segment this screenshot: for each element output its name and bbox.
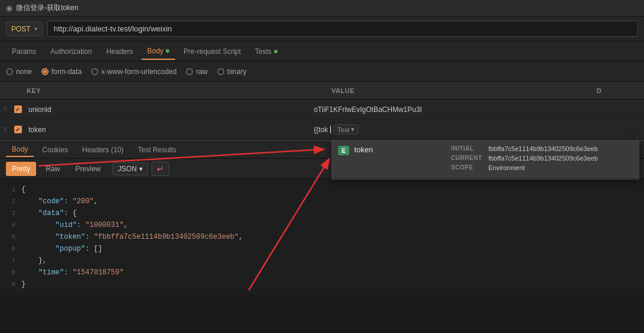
- raw-tab[interactable]: Raw: [40, 162, 66, 176]
- response-code-area: 1 { 2 "code": "200", 3 "data": { 4 "uid"…: [0, 179, 644, 295]
- autocomplete-details: INITIAL fbbffa7c5e1114b9b13402509c6e3eeb…: [445, 145, 633, 174]
- row-1-checkbox[interactable]: [12, 105, 24, 113]
- method-dropdown[interactable]: POST ▾: [6, 22, 43, 36]
- autocomplete-dropdown: E token INITIAL fbbffa7c5e1114b9b1340250…: [331, 140, 639, 180]
- method-label: POST: [11, 25, 31, 33]
- tab-body[interactable]: Body: [141, 43, 175, 60]
- tab-cookies[interactable]: Cookies: [36, 143, 73, 156]
- chevron-down-icon: ▾: [351, 126, 355, 133]
- current-value: fbbffa7c5e1114b9b13402509c6e3eeb: [488, 155, 598, 162]
- row-2-checkbox[interactable]: [12, 126, 24, 133]
- scope-detail: SCOPE Environment: [451, 164, 633, 171]
- tab-prerequest[interactable]: Pre-request Script: [178, 44, 247, 59]
- autocomplete-item[interactable]: E token INITIAL fbbffa7c5e1114b9b1340250…: [332, 140, 639, 179]
- code-line-8: 8 "time": "1547018759": [0, 267, 644, 278]
- code-line-2: 2 "code": "200",: [0, 196, 644, 207]
- request-tabs: Params Authorization Headers Body Pre-re…: [0, 41, 644, 62]
- urlencoded-option[interactable]: x-www-form-urlencoded: [91, 68, 176, 76]
- initial-label: INITIAL: [451, 145, 484, 152]
- value-column-header: VALUE: [331, 87, 597, 94]
- code-line-4: 4 "uid": "1000031",: [0, 219, 644, 231]
- raw-option[interactable]: raw: [186, 68, 207, 76]
- desc-column-header: D: [597, 87, 644, 94]
- drag-handle-icon: ⠿: [0, 126, 9, 133]
- row-1-key[interactable]: unionid: [24, 105, 314, 114]
- code-line-7: 7 },: [0, 255, 644, 267]
- code-line-6: 6 "popup": []: [0, 243, 644, 255]
- tab-params[interactable]: Params: [6, 44, 42, 59]
- text-type-badge[interactable]: Text ▾: [333, 124, 359, 135]
- tab-response-body[interactable]: Body: [6, 143, 34, 157]
- title-bar: ◉ 微信登录-获取token: [0, 0, 644, 17]
- chevron-down-icon: ▾: [139, 165, 143, 173]
- row-2-value[interactable]: {{tok Text ▾: [314, 124, 644, 135]
- format-dropdown[interactable]: JSON ▾: [112, 162, 148, 175]
- current-detail: CURRENT fbbffa7c5e1114b9b13402509c6e3eeb: [451, 155, 633, 162]
- current-label: CURRENT: [451, 155, 484, 161]
- table-row-2-container: ⠿ token {{tok Text ▾ E token INITIAL: [0, 120, 644, 140]
- code-line-9: 9 }: [0, 278, 644, 290]
- body-dot: [166, 49, 169, 53]
- url-bar: POST ▾: [0, 17, 644, 41]
- checkbox-icon[interactable]: [14, 126, 22, 133]
- none-option[interactable]: none: [6, 68, 32, 76]
- window-title: 微信登录-获取token: [16, 3, 78, 13]
- env-badge: E: [338, 146, 349, 155]
- table-row: ⠿ token {{tok Text ▾: [0, 120, 644, 140]
- text-cursor: [330, 126, 331, 133]
- key-column-header: KEY: [0, 87, 331, 94]
- drag-handle-icon: ⠿: [0, 106, 9, 113]
- tab-authorization[interactable]: Authorization: [44, 44, 98, 59]
- formdata-option[interactable]: form-data: [41, 68, 82, 76]
- scope-value: Environment: [488, 164, 525, 171]
- initial-value: fbbffa7c5e1114b9b13402509c6e3eeb: [488, 145, 598, 152]
- formdata-radio[interactable]: [41, 68, 49, 75]
- tests-dot: [274, 50, 278, 53]
- raw-radio[interactable]: [186, 68, 193, 75]
- preview-tab[interactable]: Preview: [69, 162, 107, 176]
- binary-option[interactable]: binary: [217, 68, 247, 76]
- tab-tests[interactable]: Tests: [249, 44, 284, 59]
- tab-test-results[interactable]: Test Results: [132, 143, 182, 156]
- tab-headers-response[interactable]: Headers (10): [76, 143, 130, 156]
- row-1-value[interactable]: oTiiF1KFrIwEvIgOtBaCHMw1Pu3I: [314, 105, 644, 114]
- scope-label: SCOPE: [451, 164, 484, 171]
- body-type-row: none form-data x-www-form-urlencoded raw…: [0, 62, 644, 82]
- table-row: ⠿ unionid oTiiF1KFrIwEvIgOtBaCHMw1Pu3I: [0, 100, 644, 120]
- checkbox-icon[interactable]: [14, 105, 22, 113]
- url-input[interactable]: [47, 21, 638, 37]
- pretty-tab[interactable]: Pretty: [6, 162, 36, 176]
- tab-headers[interactable]: Headers: [100, 44, 139, 59]
- wrap-button[interactable]: ↵: [152, 162, 169, 176]
- urlencoded-radio[interactable]: [91, 68, 98, 75]
- autocomplete-token-name: token: [354, 145, 445, 154]
- code-line-3: 3 "data": {: [0, 207, 644, 219]
- table-header: KEY VALUE D: [0, 82, 644, 100]
- binary-radio[interactable]: [217, 68, 224, 75]
- dropdown-arrow-icon: ▾: [34, 25, 37, 32]
- none-radio[interactable]: [6, 68, 13, 75]
- code-line-5: 5 "token": "fbbffa7c5e1114b9b13402509c6e…: [0, 231, 644, 243]
- initial-detail: INITIAL fbbffa7c5e1114b9b13402509c6e3eeb: [451, 145, 633, 152]
- row-2-key[interactable]: token: [24, 126, 314, 134]
- code-line-1: 1 {: [0, 184, 644, 196]
